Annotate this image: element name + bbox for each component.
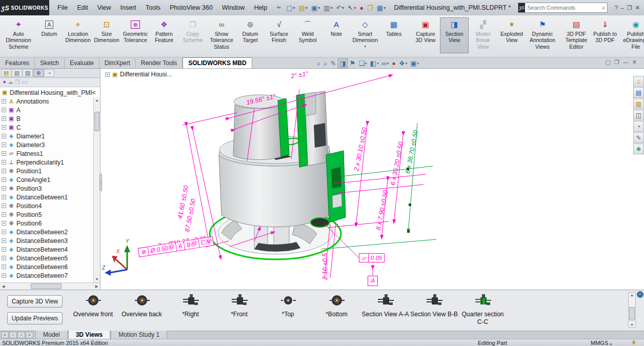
tree-item[interactable]: +◈Diameter3: [1, 140, 100, 149]
expander-icon[interactable]: +: [2, 151, 6, 156]
collapse-panel-icon[interactable]: ^: [637, 291, 643, 298]
expander-icon[interactable]: +: [2, 230, 6, 234]
tree-item[interactable]: +◈ConeAngle1: [1, 175, 100, 184]
expander-icon[interactable]: +: [2, 160, 6, 165]
dynamic-annotation-icon[interactable]: ⚑: [349, 59, 357, 68]
expander-icon[interactable]: +: [2, 108, 6, 112]
auto-dimension-scheme[interactable]: ✦Auto Dimension Scheme: [2, 17, 35, 53]
units-selector[interactable]: MMGS ▴: [591, 340, 632, 346]
search-icon[interactable]: ⌕: [602, 4, 607, 11]
pattern-tool-icon[interactable]: ▭: [22, 79, 27, 86]
section-view-icon[interactable]: ◨: [338, 58, 347, 68]
expander-icon[interactable]: +: [2, 221, 6, 226]
tab-sketch[interactable]: Sketch: [35, 58, 65, 68]
dim-angle-2[interactable]: 2° ±1°: [290, 70, 309, 79]
search-commands-box[interactable]: ʒS ⌕: [518, 3, 608, 13]
zoom-area-icon[interactable]: ⌕: [323, 59, 328, 68]
tree-root-item[interactable]: ▣Differential Housing_with_PMI<: [1, 88, 100, 97]
dropdown-arrow-icon[interactable]: ▾: [306, 6, 308, 10]
tree-item[interactable]: +◈DistanceBetween6: [1, 262, 100, 271]
dropdown-arrow-icon[interactable]: ▾: [417, 62, 419, 66]
tab-nav-arrow-0[interactable]: «: [1, 332, 9, 338]
capture-3d-view[interactable]: ▣Capture 3D View: [411, 17, 440, 53]
surface-finish[interactable]: √Surface Finish: [265, 17, 293, 53]
configurationmanager-tab[interactable]: ▨: [23, 69, 33, 77]
expander-icon[interactable]: +: [2, 195, 6, 199]
datum[interactable]: ADatum: [35, 17, 64, 53]
view-orientation-icon[interactable]: ❏▾: [357, 59, 368, 68]
tab-solidworks-mbd[interactable]: SOLIDWORKS MBD: [183, 57, 252, 68]
sheet-tab-model[interactable]: Model: [35, 330, 68, 339]
resources-icon[interactable]: ▤: [633, 87, 644, 98]
view-thumbnail--right[interactable]: *Right: [166, 292, 215, 326]
menu-view[interactable]: View: [93, 3, 115, 13]
expander-icon[interactable]: +: [2, 116, 6, 121]
displaymanager-tab[interactable]: ◔: [44, 69, 54, 77]
tag-icon[interactable]: ❥: [632, 339, 644, 346]
tree-item[interactable]: +AAnnotations: [1, 97, 100, 106]
doc-cascade-icon[interactable]: ▢: [606, 59, 611, 66]
viewport-tree-node[interactable]: + ▣ Differential Housi...: [105, 71, 172, 78]
scrollbar-thumb[interactable]: [31, 283, 62, 289]
expander-icon[interactable]: +: [2, 256, 6, 260]
tree-item[interactable]: +▱Flatness1: [1, 149, 100, 158]
propertymanager-tab[interactable]: ▧: [12, 69, 22, 77]
weld-symbol[interactable]: ⌒Weld Symbol: [293, 17, 322, 53]
design-library-icon[interactable]: ▥: [633, 98, 644, 109]
dim-7-90[interactable]: 8 x 7.90 ±0.50: [375, 190, 390, 231]
close-icon[interactable]: ✕: [635, 5, 640, 11]
scroll-right-icon[interactable]: ▶: [93, 283, 100, 290]
smart-dimension[interactable]: ◇Smart Dimension▾: [351, 17, 379, 53]
sheet-tab-3d-views[interactable]: 3D Views: [68, 330, 110, 339]
tables[interactable]: ▦Tables: [379, 17, 408, 53]
scroll-up-icon[interactable]: ▲: [94, 97, 100, 104]
options-icon[interactable]: ▦▾: [375, 3, 387, 13]
tree-item[interactable]: +◈DistanceBetween4: [1, 245, 100, 254]
featuremanager-tab[interactable]: ▤: [1, 69, 11, 77]
scroll-down-icon[interactable]: ▼: [629, 323, 635, 327]
expander-icon[interactable]: +: [2, 143, 6, 147]
view-thumbnail-section-view-a-a[interactable]: Section View A-A: [361, 292, 410, 326]
home-icon[interactable]: ⌂: [633, 76, 644, 87]
tab-evaluate[interactable]: Evaluate: [65, 58, 99, 68]
expander-icon[interactable]: +: [2, 186, 6, 191]
expander-icon[interactable]: +: [105, 72, 110, 77]
tab-nav-arrow-2[interactable]: ›: [17, 332, 25, 338]
pattern-feature[interactable]: ❖Pattern Feature: [150, 17, 178, 53]
size-dimension[interactable]: ⊡Size Dimension: [92, 17, 121, 53]
view-thumbnail--bottom[interactable]: *Bottom: [312, 292, 361, 326]
expander-icon[interactable]: +: [2, 134, 6, 138]
3d-pdf-template-editor[interactable]: ▤3D PDF Template Editor: [562, 17, 591, 53]
minimize-icon[interactable]: –: [621, 5, 624, 11]
view-thumbnail--top[interactable]: *Top: [264, 292, 312, 326]
tree-item[interactable]: +◈Diameter1: [1, 132, 100, 140]
apply-scene-icon[interactable]: ❖▾: [398, 59, 408, 68]
file-properties-icon[interactable]: ❐: [366, 3, 375, 13]
scrollbar-thumb[interactable]: [94, 112, 99, 131]
open-icon[interactable]: ▤▾: [297, 3, 309, 13]
dropdown-arrow-icon[interactable]: ▾: [364, 45, 366, 49]
datum-a-label[interactable]: A: [368, 276, 378, 286]
auto-dimension-tool-icon[interactable]: ✦: [2, 79, 7, 86]
datum-target[interactable]: ⊚Datum Target: [236, 17, 265, 53]
show-tolerance-status[interactable]: ∞Show Tolerance Status: [207, 17, 236, 53]
graphics-viewport[interactable]: Y X Z 2° ±1°19.56° ±1°2 x 30.10 ±0.508 x…: [100, 69, 644, 290]
tree-item[interactable]: +⊕Position4: [1, 201, 100, 210]
menu-tools[interactable]: Tools: [142, 3, 165, 13]
views-scrollbar[interactable]: ▲ ▼: [628, 292, 636, 328]
copy-scheme-tool-icon[interactable]: ❐: [15, 79, 20, 86]
tolerance-status-tool-icon[interactable]: ∞: [9, 79, 13, 86]
expander-icon[interactable]: +: [2, 247, 6, 252]
dropdown-arrow-icon[interactable]: ▾: [330, 6, 332, 10]
dropdown-arrow-icon[interactable]: ▾: [387, 62, 389, 66]
dim-36-70[interactable]: 6 x 36.70 ±0.50: [404, 130, 419, 174]
dimxpertmanager-tab[interactable]: ⊕: [33, 69, 44, 77]
publish-to-3d-pdf[interactable]: ⇓Publish to 3D PDF: [591, 17, 619, 53]
new-document-icon[interactable]: ▢▾: [285, 3, 296, 13]
expander-icon[interactable]: +: [2, 273, 6, 278]
menu-help[interactable]: Help: [250, 3, 271, 13]
expander-icon[interactable]: +: [2, 177, 6, 182]
view-thumbnail-overview-front[interactable]: Overview front: [69, 292, 117, 326]
tab-features[interactable]: Features: [0, 58, 35, 68]
dropdown-arrow-icon[interactable]: ▾: [342, 6, 344, 10]
